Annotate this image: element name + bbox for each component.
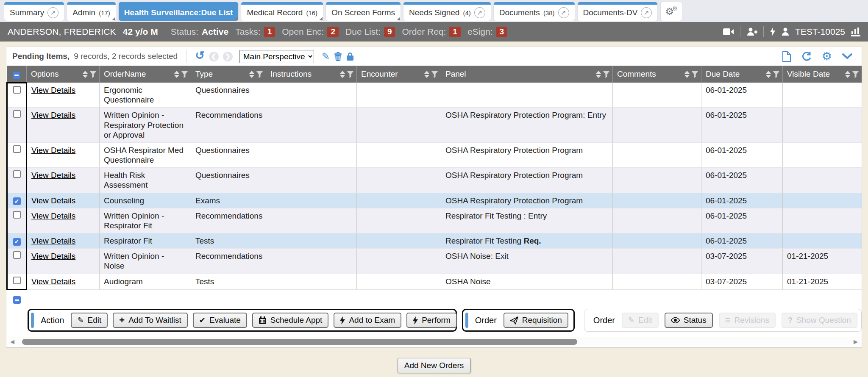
column-header-label: Options: [31, 69, 81, 79]
sort-icon[interactable]: [83, 71, 88, 78]
tab-health-surveillance-due-list[interactable]: Health Surveillance:Due List: [119, 2, 239, 21]
refresh-icon[interactable]: [801, 51, 812, 62]
column-header-type[interactable]: Type: [191, 66, 266, 83]
filter-funnel-icon[interactable]: [773, 71, 780, 78]
grid-settings-gear-icon[interactable]: ⚙: [822, 51, 832, 62]
scrollbar-thumb[interactable]: [22, 339, 577, 345]
sort-icon[interactable]: [249, 71, 254, 78]
row-checkbox[interactable]: [13, 145, 21, 153]
add-person-icon[interactable]: [746, 28, 757, 36]
due-list-count-badge[interactable]: 9: [384, 27, 395, 37]
external-link-icon[interactable]: ↗: [474, 7, 485, 18]
row-checkbox[interactable]: [13, 86, 21, 94]
external-link-icon[interactable]: ↗: [558, 7, 569, 18]
edit-button[interactable]: ✎ Edit: [71, 313, 108, 328]
edit-perspective-pencil-icon[interactable]: ✎: [322, 52, 330, 61]
filter-funnel-icon[interactable]: [431, 71, 438, 78]
column-header-instructions[interactable]: Instructions: [266, 66, 357, 83]
type-cell: Recommendations: [191, 108, 266, 143]
tab-documents[interactable]: Documents (38) ↗: [494, 2, 575, 21]
perspective-select[interactable]: Main Perspective: [239, 50, 314, 63]
status-value: Active: [202, 27, 228, 37]
row-checkbox[interactable]: ✓: [13, 197, 21, 205]
sort-icon[interactable]: [766, 71, 771, 78]
view-details-link[interactable]: View Details: [31, 211, 75, 220]
column-header-options[interactable]: Options: [27, 66, 100, 83]
filter-funnel-icon[interactable]: [852, 71, 859, 78]
evaluate-button[interactable]: ✔ Evaluate: [193, 313, 247, 328]
column-header-comments[interactable]: Comments: [613, 66, 701, 83]
filter-funnel-icon[interactable]: [691, 71, 698, 78]
tab-medical-record[interactable]: Medical Record (16): [241, 2, 323, 21]
view-details-link[interactable]: View Details: [31, 171, 75, 180]
row-checkbox[interactable]: [13, 110, 21, 118]
view-details-link[interactable]: View Details: [31, 86, 75, 94]
row-checkbox[interactable]: [13, 170, 21, 178]
view-details-link[interactable]: View Details: [31, 146, 75, 155]
select-all-checkbox[interactable]: [13, 72, 20, 79]
add-new-orders-button[interactable]: Add New Orders: [398, 358, 470, 373]
view-details-link[interactable]: View Details: [31, 252, 75, 261]
schedule-appt-button[interactable]: Schedule Appt: [252, 313, 329, 328]
person-icon[interactable]: [782, 28, 789, 36]
column-header-panel[interactable]: Panel: [441, 66, 613, 83]
tab-admin[interactable]: Admin (17): [67, 2, 116, 21]
tab-summary[interactable]: Summary ↗: [4, 2, 64, 21]
tab-settings-button[interactable]: ⚙ ⚙: [661, 2, 682, 21]
select-all-footer-checkbox[interactable]: [13, 296, 21, 304]
view-details-link[interactable]: View Details: [31, 277, 75, 286]
video-camera-icon[interactable]: [723, 28, 734, 36]
external-link-icon[interactable]: ↗: [47, 7, 58, 18]
order-req-count-badge[interactable]: 1: [449, 27, 461, 37]
column-header-due-date[interactable]: Due Date: [701, 66, 783, 83]
tab-needs-signed[interactable]: Needs Signed (4) ↗: [403, 2, 491, 21]
tab-on-screen-forms[interactable]: On Screen Forms: [326, 2, 401, 21]
sort-icon[interactable]: [340, 71, 345, 78]
new-document-icon[interactable]: [782, 51, 791, 62]
row-checkbox[interactable]: [13, 211, 21, 219]
scrollbar-track[interactable]: [16, 338, 852, 345]
status-button[interactable]: Status: [665, 313, 713, 328]
table-row: ✓ View Details Respirator Fit Tests Resp…: [7, 233, 862, 249]
view-details-link[interactable]: View Details: [31, 111, 75, 119]
view-details-link[interactable]: View Details: [31, 196, 75, 205]
tasks-count-badge[interactable]: 1: [264, 27, 275, 37]
row-checkbox[interactable]: [13, 277, 21, 284]
sort-icon[interactable]: [424, 71, 429, 78]
column-header-ordername[interactable]: OrderName: [100, 66, 191, 83]
sort-icon[interactable]: [174, 71, 179, 78]
sort-icon[interactable]: [596, 71, 601, 78]
external-link-icon[interactable]: ↗: [641, 7, 652, 18]
visible-date-cell: [783, 233, 862, 249]
filter-funnel-icon[interactable]: [347, 71, 354, 78]
filter-funnel-icon[interactable]: [89, 71, 97, 78]
sort-icon[interactable]: [845, 71, 850, 78]
delete-perspective-trash-icon[interactable]: [334, 52, 342, 61]
bar-chart-icon[interactable]: [851, 28, 860, 36]
row-checkbox[interactable]: ✓: [13, 238, 21, 246]
esign-count-badge[interactable]: 3: [496, 27, 507, 37]
filter-funnel-icon[interactable]: [603, 71, 610, 78]
sort-icon[interactable]: [684, 71, 690, 78]
row-checkbox[interactable]: [13, 251, 21, 259]
column-header-encounter[interactable]: Encounter: [357, 66, 441, 83]
previous-page-icon[interactable]: ❮: [209, 52, 219, 61]
lock-icon[interactable]: [346, 52, 354, 61]
lightning-icon[interactable]: [770, 27, 776, 36]
add-to-waitlist-button[interactable]: + Add To Waitlist: [113, 313, 187, 328]
perform-button[interactable]: Perform: [406, 313, 457, 328]
collapse-chevron-icon[interactable]: [842, 53, 852, 59]
tab-documents-dv[interactable]: Documents-DV ↗: [578, 2, 658, 21]
add-to-exam-button[interactable]: Add to Exam: [334, 313, 401, 328]
open-enc-count-badge[interactable]: 2: [327, 27, 339, 37]
filter-funnel-icon[interactable]: [256, 71, 263, 78]
scroll-right-arrow-icon[interactable]: ▶: [852, 339, 860, 344]
requisition-button[interactable]: Requisition: [504, 313, 568, 328]
filter-funnel-icon[interactable]: [181, 71, 188, 78]
view-details-link[interactable]: View Details: [31, 236, 75, 245]
undo-icon[interactable]: ↺: [195, 50, 205, 61]
scroll-left-arrow-icon[interactable]: ◀: [8, 339, 16, 344]
next-page-icon[interactable]: ❯: [223, 52, 233, 61]
horizontal-scrollbar[interactable]: ◀ ▶: [8, 338, 860, 345]
column-header-visible-date[interactable]: Visible Date: [783, 66, 862, 83]
